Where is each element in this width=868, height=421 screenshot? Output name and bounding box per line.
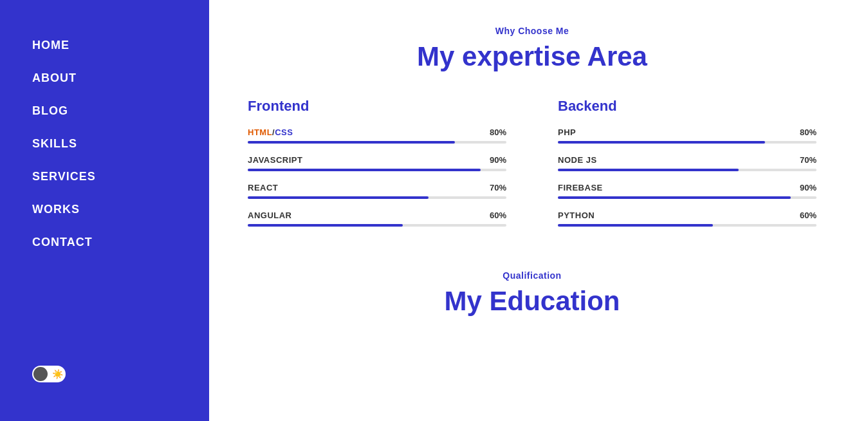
skill-bar-bg-php	[558, 141, 817, 144]
skill-item-javascript: JAVASCRIPT 90%	[248, 155, 506, 171]
html-label: HTML	[248, 127, 272, 137]
skill-bar-fill-htmlcss	[248, 141, 455, 144]
skill-bar-bg-angular	[248, 224, 506, 227]
skill-item-firebase: FIREBASE 90%	[558, 183, 817, 199]
education-section: Qualification My Education	[248, 270, 817, 317]
sidebar-item-home[interactable]: HOME	[32, 39, 177, 52]
skill-bar-bg-react	[248, 196, 506, 199]
skill-name-react: REACT	[248, 183, 278, 192]
skill-name-angular: ANGULAR	[248, 210, 292, 220]
skill-percent-angular: 60%	[490, 210, 506, 220]
skill-name-php: PHP	[558, 127, 576, 137]
skill-percent-javascript: 90%	[490, 155, 506, 165]
skills-grid: Frontend HTML/CSS 80%	[248, 98, 817, 238]
backend-column: Backend PHP 80% NODE JS 70%	[558, 98, 817, 238]
skill-header-javascript: JAVASCRIPT 90%	[248, 155, 506, 165]
skill-name-firebase: FIREBASE	[558, 183, 603, 192]
skill-bar-bg-firebase	[558, 196, 817, 199]
skill-percent-python: 60%	[800, 210, 817, 220]
skill-bar-fill-react	[248, 196, 429, 199]
skill-header-php: PHP 80%	[558, 127, 817, 137]
sidebar-item-services[interactable]: SERVICES	[32, 170, 177, 183]
skill-bar-bg-python	[558, 224, 817, 227]
skill-bar-bg-htmlcss	[248, 141, 506, 144]
sidebar: HOME ABOUT BLOG SKILLS SERVICES WORKS CO…	[0, 0, 209, 421]
skill-name-htmlcss: HTML/CSS	[248, 127, 293, 137]
education-title: My Education	[248, 286, 817, 317]
skill-percent-nodejs: 70%	[800, 155, 817, 165]
skill-percent-firebase: 90%	[800, 183, 817, 192]
skill-item-htmlcss: HTML/CSS 80%	[248, 127, 506, 144]
skill-bar-fill-angular	[248, 224, 403, 227]
skill-percent-react: 70%	[490, 183, 506, 192]
skill-bar-fill-php	[558, 141, 765, 144]
skill-percent-php: 80%	[800, 127, 817, 137]
skill-header-firebase: FIREBASE 90%	[558, 183, 817, 192]
toggle-circle	[33, 367, 48, 381]
skill-item-react: REACT 70%	[248, 183, 506, 199]
skill-bar-bg-nodejs	[558, 169, 817, 171]
skill-item-python: PYTHON 60%	[558, 210, 817, 227]
skill-bar-fill-firebase	[558, 196, 791, 199]
backend-title: Backend	[558, 98, 817, 115]
skill-bar-fill-javascript	[248, 169, 481, 171]
sidebar-item-blog[interactable]: BLOG	[32, 104, 177, 118]
css-label: CSS	[275, 127, 293, 137]
sun-icon: ☀️	[52, 369, 63, 379]
skill-name-javascript: JAVASCRIPT	[248, 155, 302, 165]
skills-title: My expertise Area	[248, 41, 817, 72]
skills-subtitle: Why Choose Me	[248, 26, 817, 36]
skill-bar-fill-nodejs	[558, 169, 739, 171]
skill-header-htmlcss: HTML/CSS 80%	[248, 127, 506, 137]
toggle-track[interactable]: ☀️	[32, 366, 66, 382]
skill-bar-fill-python	[558, 224, 713, 227]
skill-bar-bg-javascript	[248, 169, 506, 171]
sidebar-item-contact[interactable]: CONTACT	[32, 236, 177, 249]
theme-toggle[interactable]: ☀️	[32, 366, 177, 382]
frontend-column: Frontend HTML/CSS 80%	[248, 98, 506, 238]
skill-item-nodejs: NODE JS 70%	[558, 155, 817, 171]
skill-name-nodejs: NODE JS	[558, 155, 597, 165]
sidebar-item-skills[interactable]: SKILLS	[32, 137, 177, 151]
sidebar-item-about[interactable]: ABOUT	[32, 71, 177, 85]
education-subtitle: Qualification	[248, 270, 817, 281]
sidebar-nav: HOME ABOUT BLOG SKILLS SERVICES WORKS CO…	[32, 39, 177, 340]
skill-header-angular: ANGULAR 60%	[248, 210, 506, 220]
main-content: Why Choose Me My expertise Area Frontend…	[209, 0, 868, 421]
skill-name-python: PYTHON	[558, 210, 595, 220]
sidebar-item-works[interactable]: WORKS	[32, 203, 177, 216]
frontend-title: Frontend	[248, 98, 506, 115]
skill-item-php: PHP 80%	[558, 127, 817, 144]
skill-header-react: REACT 70%	[248, 183, 506, 192]
skills-section: Why Choose Me My expertise Area Frontend…	[248, 26, 817, 238]
skill-percent-htmlcss: 80%	[490, 127, 506, 137]
skill-header-python: PYTHON 60%	[558, 210, 817, 220]
skill-item-angular: ANGULAR 60%	[248, 210, 506, 227]
skill-header-nodejs: NODE JS 70%	[558, 155, 817, 165]
